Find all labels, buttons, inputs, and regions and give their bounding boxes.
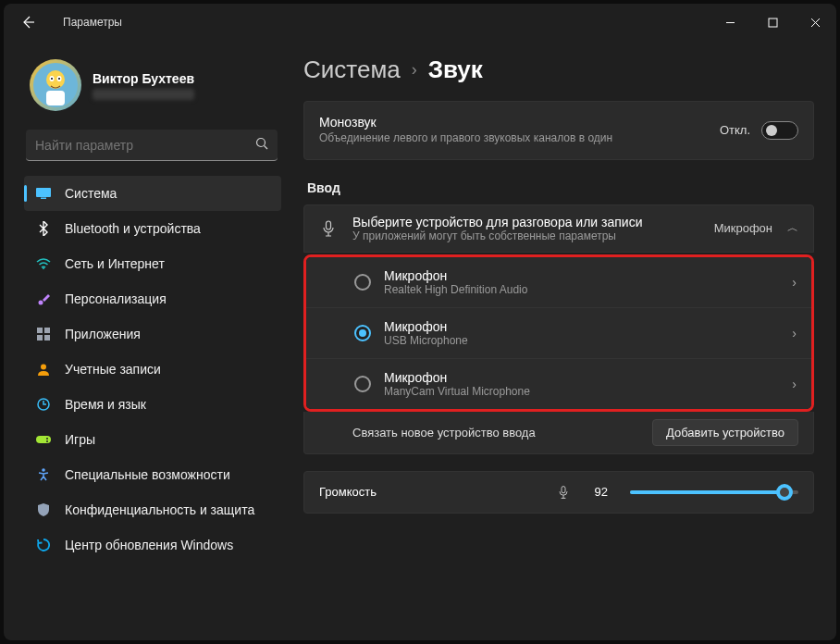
microphone-icon <box>556 485 571 500</box>
device-row[interactable]: МикрофонRealtek High Definition Audio› <box>306 257 811 307</box>
svg-rect-14 <box>44 328 50 333</box>
input-header-title: Выберите устройство для разговора или за… <box>352 215 699 229</box>
microphone-icon <box>319 219 338 238</box>
back-button[interactable] <box>11 6 44 39</box>
svg-point-5 <box>51 78 53 80</box>
input-header-text: Выберите устройство для разговора или за… <box>352 215 699 242</box>
update-icon <box>35 537 52 553</box>
svg-point-8 <box>257 138 266 146</box>
window-title: Параметры <box>63 16 122 29</box>
svg-rect-16 <box>44 335 50 341</box>
device-radio[interactable] <box>354 376 371 392</box>
mono-desc: Объединение левого и правого звуковых ка… <box>319 131 612 146</box>
svg-rect-15 <box>37 335 43 341</box>
breadcrumb: Система › Звук <box>303 56 814 84</box>
svg-point-21 <box>46 440 48 442</box>
device-subtitle: USB Microphone <box>384 334 779 347</box>
svg-point-17 <box>41 365 46 370</box>
search-icon <box>255 137 268 154</box>
chevron-right-icon: › <box>412 60 417 80</box>
breadcrumb-current: Звук <box>428 56 483 84</box>
mono-control: Откл. <box>720 121 798 140</box>
sidebar-item-brush[interactable]: Персонализация <box>24 281 281 316</box>
sidebar-item-update[interactable]: Центр обновления Windows <box>24 527 281 563</box>
brush-icon <box>35 291 52 307</box>
close-button[interactable] <box>794 4 836 41</box>
settings-window: Параметры Виктор Бухтеев Систе <box>4 4 836 640</box>
input-header-desc: У приложений могут быть собственные пара… <box>352 229 699 242</box>
input-header-right: Микрофон ︿ <box>714 220 798 236</box>
sidebar-item-wifi[interactable]: Сеть и Интернет <box>24 246 281 281</box>
svg-point-12 <box>39 301 43 305</box>
mono-toggle[interactable] <box>761 121 798 140</box>
svg-rect-10 <box>41 198 46 200</box>
games-icon <box>35 431 52 448</box>
sidebar-item-label: Центр обновления Windows <box>65 538 233 552</box>
shield-icon <box>35 502 52 518</box>
bluetooth-icon <box>35 220 52 237</box>
device-name: Микрофон <box>384 370 779 385</box>
toggle-knob <box>766 125 777 136</box>
breadcrumb-parent[interactable]: Система <box>303 56 401 84</box>
chevron-up-icon[interactable]: ︿ <box>787 220 798 236</box>
sidebar-item-games[interactable]: Игры <box>24 422 281 457</box>
profile-text: Виктор Бухтеев <box>93 71 194 100</box>
device-radio[interactable] <box>354 274 371 291</box>
account-icon <box>35 361 52 378</box>
sidebar-item-clock[interactable]: Время и язык <box>24 387 281 422</box>
device-name: Микрофон <box>384 319 779 334</box>
add-device-button[interactable]: Добавить устройство <box>652 419 798 446</box>
svg-rect-23 <box>327 221 331 229</box>
volume-slider[interactable] <box>630 490 798 494</box>
device-text: МикрофонRealtek High Definition Audio <box>384 268 779 296</box>
mono-audio-card[interactable]: Монозвук Объединение левого и правого зв… <box>303 101 814 160</box>
slider-fill <box>630 490 784 494</box>
chevron-right-icon[interactable]: › <box>792 275 797 290</box>
profile-block[interactable]: Виктор Бухтеев <box>24 50 281 126</box>
svg-rect-24 <box>562 486 565 492</box>
sidebar-item-label: Время и язык <box>65 397 146 412</box>
device-text: МикрофонManyCam Virtual Microphone <box>384 370 779 398</box>
svg-rect-7 <box>46 91 65 105</box>
volume-card[interactable]: Громкость 92 <box>303 471 814 514</box>
device-row[interactable]: МикрофонManyCam Virtual Microphone› <box>306 358 811 409</box>
sidebar-item-system[interactable]: Система <box>24 176 281 211</box>
sidebar-item-label: Игры <box>65 432 95 447</box>
chevron-right-icon[interactable]: › <box>792 377 797 391</box>
device-list-highlight: МикрофонRealtek High Definition Audio›Ми… <box>303 254 814 412</box>
sidebar-item-bluetooth[interactable]: Bluetooth и устройства <box>24 211 281 246</box>
sidebar-item-account[interactable]: Учетные записи <box>24 352 281 387</box>
chevron-right-icon[interactable]: › <box>792 326 797 341</box>
sidebar-item-label: Приложения <box>65 327 141 341</box>
profile-email-blurred <box>93 89 194 100</box>
system-icon <box>35 185 52 202</box>
device-row[interactable]: МикрофонUSB Microphone› <box>306 307 811 358</box>
input-header-row[interactable]: Выберите устройство для разговора или за… <box>303 204 814 253</box>
sidebar: Виктор Бухтеев СистемаBluetooth и устрой… <box>4 41 290 640</box>
pair-label: Связать новое устройство ввода <box>352 426 536 440</box>
main-panel: Система › Звук Монозвук Объединение лево… <box>290 41 836 640</box>
window-controls <box>709 4 836 41</box>
device-name: Микрофон <box>384 268 779 283</box>
svg-point-2 <box>46 70 65 89</box>
sidebar-item-label: Bluetooth и устройства <box>65 221 201 236</box>
sidebar-item-accessibility[interactable]: Специальные возможности <box>24 457 281 492</box>
slider-thumb[interactable] <box>776 484 793 501</box>
device-radio[interactable] <box>354 325 371 341</box>
titlebar: Параметры <box>4 4 836 41</box>
wifi-icon <box>35 255 52 272</box>
search-input[interactable] <box>35 138 220 153</box>
sidebar-item-label: Учетные записи <box>65 362 161 377</box>
search-box[interactable] <box>26 130 278 161</box>
sidebar-item-apps[interactable]: Приложения <box>24 316 281 352</box>
minimize-button[interactable] <box>709 4 751 41</box>
input-section-label: Ввод <box>307 180 814 195</box>
input-devices-block: Выберите устройство для разговора или за… <box>303 204 814 454</box>
sidebar-item-shield[interactable]: Конфиденциальность и защита <box>24 492 281 527</box>
svg-point-22 <box>42 468 45 472</box>
svg-rect-9 <box>36 188 51 197</box>
maximize-button[interactable] <box>751 4 794 41</box>
svg-rect-0 <box>769 19 777 27</box>
mono-title: Монозвук <box>319 115 612 130</box>
nav-list: СистемаBluetooth и устройстваСеть и Инте… <box>24 176 281 563</box>
